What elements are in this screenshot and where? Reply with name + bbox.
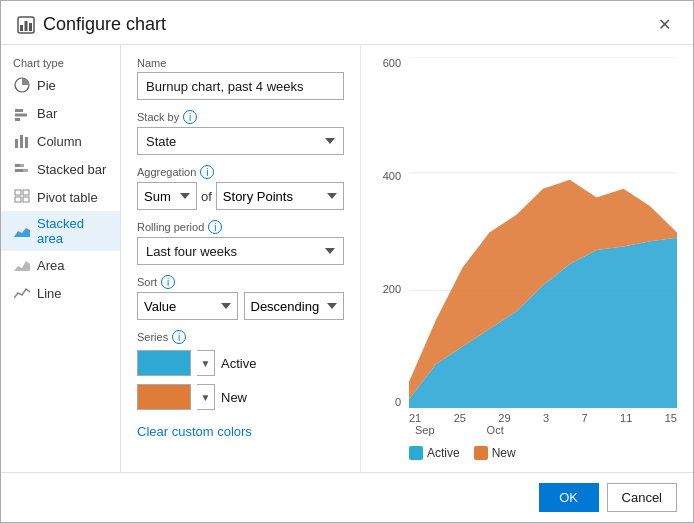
series-dropdown-new[interactable]: ▼: [197, 384, 215, 410]
x-month-row: Sep Oct: [409, 424, 677, 436]
svg-rect-17: [15, 197, 21, 202]
configure-chart-dialog: Configure chart ✕ Chart type Pie: [0, 0, 694, 523]
chart-area: 600 400 200 0: [377, 57, 677, 438]
series-color-active[interactable]: [137, 350, 191, 376]
svg-rect-18: [23, 197, 29, 202]
series-name-new: New: [221, 390, 247, 405]
svg-rect-6: [15, 114, 27, 117]
legend-color-active: [409, 446, 423, 460]
bar-icon: [13, 104, 31, 122]
sidebar-item-stacked-bar[interactable]: Stacked bar: [1, 155, 120, 183]
rolling-label: Rolling period i: [137, 220, 344, 234]
svg-rect-8: [15, 139, 18, 148]
svg-rect-9: [20, 135, 23, 148]
svg-marker-21: [14, 261, 30, 271]
sort-row: Value Descending: [137, 292, 344, 320]
x-label-11: 11: [620, 412, 632, 424]
stack-by-select[interactable]: State: [137, 127, 344, 155]
sidebar-item-bar[interactable]: Bar: [1, 99, 120, 127]
dialog-body: Chart type Pie Bar: [1, 45, 693, 472]
sidebar-item-area-label: Area: [37, 258, 64, 273]
legend-item-new: New: [474, 446, 516, 460]
svg-rect-10: [25, 137, 28, 148]
sidebar-item-stacked-bar-label: Stacked bar: [37, 162, 106, 177]
svg-rect-14: [23, 169, 28, 172]
y-label-200: 200: [383, 283, 401, 295]
y-axis-labels: 600 400 200 0: [377, 57, 405, 408]
svg-rect-5: [15, 109, 23, 112]
aggregation-info-icon[interactable]: i: [200, 165, 214, 179]
chart-panel: 600 400 200 0: [361, 45, 693, 472]
sidebar-item-pie-label: Pie: [37, 78, 56, 93]
aggregation-label: Aggregation i: [137, 165, 344, 179]
clear-custom-colors-link[interactable]: Clear custom colors: [137, 424, 252, 439]
x-label-7: 7: [582, 412, 588, 424]
x-label-21: 21: [409, 412, 421, 424]
series-item-active: ▼ Active: [137, 350, 344, 376]
sort-info-icon[interactable]: i: [161, 275, 175, 289]
agg-field-select[interactable]: Story Points: [216, 182, 344, 210]
x-axis-area: 21 25 29 3 7 11 15 Sep Oct: [409, 410, 677, 438]
y-label-400: 400: [383, 170, 401, 182]
rolling-select[interactable]: Last four weeks: [137, 237, 344, 265]
y-label-0: 0: [395, 396, 401, 408]
x-label-25: 25: [454, 412, 466, 424]
sidebar-item-pivot-label: Pivot table: [37, 190, 98, 205]
stack-by-info-icon[interactable]: i: [183, 110, 197, 124]
series-item-new: ▼ New: [137, 384, 344, 410]
chart-icon: [17, 16, 35, 34]
svg-rect-11: [15, 164, 20, 167]
x-label-29: 29: [498, 412, 510, 424]
sidebar-item-pivot[interactable]: Pivot table: [1, 183, 120, 211]
rolling-info-icon[interactable]: i: [208, 220, 222, 234]
legend-item-active: Active: [409, 446, 460, 460]
config-panel: Name Stack by i State Aggregation i Sum: [121, 45, 361, 472]
sidebar-item-column[interactable]: Column: [1, 127, 120, 155]
stacked-area-icon: [13, 222, 31, 240]
x-labels-row: 21 25 29 3 7 11 15: [409, 410, 677, 424]
name-input[interactable]: [137, 72, 344, 100]
area-icon: [13, 256, 31, 274]
sidebar-item-bar-label: Bar: [37, 106, 57, 121]
agg-func-select[interactable]: Sum: [137, 182, 197, 210]
main-content: Name Stack by i State Aggregation i Sum: [121, 45, 693, 472]
svg-rect-2: [25, 21, 28, 31]
svg-rect-15: [15, 190, 21, 195]
agg-of-text: of: [201, 189, 212, 204]
pie-icon: [13, 76, 31, 94]
sort-order-select[interactable]: Descending: [244, 292, 345, 320]
series-dropdown-active[interactable]: ▼: [197, 350, 215, 376]
title-bar: Configure chart ✕: [1, 1, 693, 45]
svg-rect-12: [20, 164, 24, 167]
svg-rect-16: [23, 190, 29, 195]
chart-plot: [409, 57, 677, 408]
series-info-icon[interactable]: i: [172, 330, 186, 344]
ok-button[interactable]: OK: [539, 483, 599, 512]
svg-rect-7: [15, 118, 20, 121]
x-month-sep: Sep: [415, 424, 435, 436]
sidebar-item-line[interactable]: Line: [1, 279, 120, 307]
sidebar-item-stacked-area-label: Stacked area: [37, 216, 108, 246]
sidebar-item-stacked-area[interactable]: Stacked area: [1, 211, 120, 251]
sort-field-select[interactable]: Value: [137, 292, 238, 320]
series-color-new[interactable]: [137, 384, 191, 410]
column-icon: [13, 132, 31, 150]
series-name-active: Active: [221, 356, 256, 371]
chart-type-label: Chart type: [1, 53, 120, 71]
name-label: Name: [137, 57, 344, 69]
close-button[interactable]: ✕: [652, 13, 677, 36]
pivot-icon: [13, 188, 31, 206]
svg-rect-13: [15, 169, 23, 172]
legend-label-new: New: [492, 446, 516, 460]
x-month-oct: Oct: [487, 424, 504, 436]
y-label-600: 600: [383, 57, 401, 69]
chart-legend: Active New: [377, 446, 677, 460]
sidebar-item-area[interactable]: Area: [1, 251, 120, 279]
sidebar-item-pie[interactable]: Pie: [1, 71, 120, 99]
x-label-15: 15: [665, 412, 677, 424]
sidebar-item-line-label: Line: [37, 286, 62, 301]
legend-label-active: Active: [427, 446, 460, 460]
sidebar-item-column-label: Column: [37, 134, 82, 149]
sort-label: Sort i: [137, 275, 344, 289]
cancel-button[interactable]: Cancel: [607, 483, 677, 512]
